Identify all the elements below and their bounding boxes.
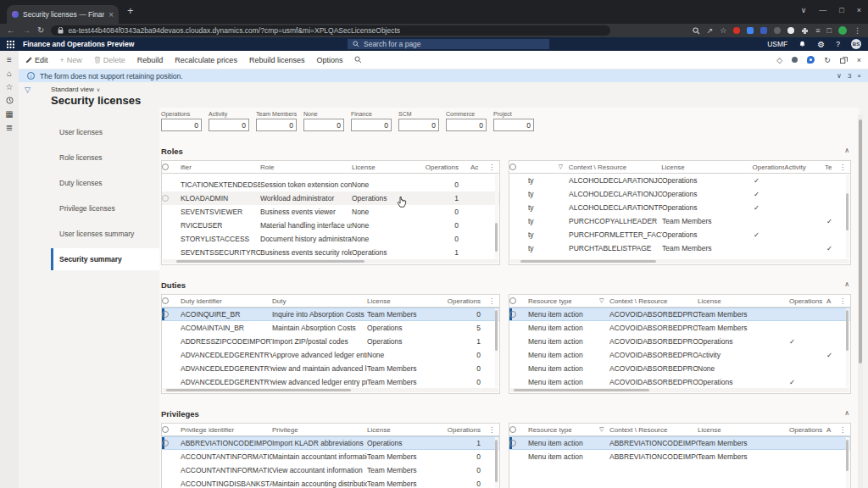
home-icon[interactable]: ⌂ <box>7 69 12 78</box>
select-all-radio[interactable] <box>509 297 516 304</box>
table-row[interactable]: RVICEUSERMaterial handling interface use… <box>162 219 499 232</box>
column-header[interactable]: ifier <box>181 164 260 171</box>
page-scrollbar[interactable] <box>858 114 863 488</box>
edit-button[interactable]: Edit <box>25 56 48 64</box>
table-row[interactable]: Menu item actionACOVOIDABSORBEDPRODCOST.… <box>509 335 850 348</box>
modules-icon[interactable]: ▦ <box>5 110 13 119</box>
tab-close-icon[interactable]: × <box>108 10 114 19</box>
new-tab-button[interactable]: + <box>127 4 134 17</box>
tab-user-licenses-summary[interactable]: User licenses summary <box>51 221 161 247</box>
options-button[interactable]: Options <box>316 56 342 64</box>
table-row[interactable]: ADVANCEDLEDGERENTRYVIEWview advanced led… <box>162 375 499 389</box>
roles-collapse-icon[interactable]: ∧ <box>844 147 849 154</box>
table-row[interactable]: Menu item actionACOVOIDABSORBEDPRODCOST.… <box>509 308 850 321</box>
finance-count-field[interactable]: 0 <box>351 119 392 131</box>
reading-list-icon[interactable]: ≡ <box>815 26 820 35</box>
tab-search-chevron-icon[interactable]: ∨ <box>801 6 807 14</box>
company-selector[interactable]: USMF <box>767 40 787 48</box>
column-header[interactable]: Operations <box>782 426 826 434</box>
table-row[interactable]: tyPURCHTABLELISTPAGETeam Members✓ <box>509 241 850 255</box>
select-all-radio[interactable] <box>509 164 516 170</box>
browser-tab[interactable]: Security licenses — Finance and × <box>7 5 119 24</box>
extension-red-icon[interactable] <box>733 27 740 34</box>
tab-role-licenses[interactable]: Role licenses <box>51 145 161 170</box>
table-row[interactable]: Menu item actionACOVOIDABSORBEDPRODCOST.… <box>509 321 850 335</box>
filter-funnel-icon[interactable]: ▽ <box>25 86 31 94</box>
scm-count-field[interactable]: 0 <box>398 119 439 131</box>
filter-funnel-icon[interactable]: ▽ <box>599 297 609 304</box>
column-header[interactable]: Resource type <box>528 297 599 305</box>
table-row[interactable]: tyALCOHOLDECLARATIONTRANSI...Operations✓ <box>509 201 850 214</box>
duties-collapse-icon[interactable]: ∧ <box>844 280 849 288</box>
hamburger-icon[interactable]: ≡ <box>7 56 12 64</box>
notification-close-icon[interactable]: × <box>857 72 861 80</box>
column-options-kebab-icon[interactable]: ⋮ <box>837 297 849 305</box>
action-search-icon[interactable] <box>354 56 362 64</box>
vertical-scrollbar[interactable] <box>495 437 498 488</box>
extensions-puzzle-icon[interactable] <box>801 27 809 35</box>
app-title[interactable]: Finance and Operations Preview <box>23 40 134 48</box>
table-row[interactable]: ABBREVIATIONCODEIMPORT_I...Import KLADR … <box>162 436 499 450</box>
column-header[interactable]: A <box>826 426 837 434</box>
column-options-kebab-icon[interactable]: ⋮ <box>837 426 849 434</box>
page-search-input[interactable] <box>364 40 544 48</box>
table-row[interactable]: TICATIONEXTENDEDSE...Session token exten… <box>162 178 499 191</box>
column-options-kebab-icon[interactable]: ⋮ <box>486 297 498 305</box>
recalculate-prices-button[interactable]: Recalculate prices <box>175 56 237 64</box>
column-options-kebab-icon[interactable]: ⋮ <box>837 164 849 171</box>
search-icon[interactable] <box>693 27 700 35</box>
column-header[interactable]: License <box>661 164 745 171</box>
close-pane-icon[interactable]: × <box>857 56 861 64</box>
column-header[interactable]: Duty identifier <box>181 297 272 305</box>
horizontal-scrollbar[interactable] <box>510 388 849 392</box>
team-members-count-field[interactable]: 0 <box>256 119 297 131</box>
extension-shield-icon[interactable] <box>760 27 767 34</box>
table-row[interactable]: ACCOUNTANTINFORMATIONVI...View accountan… <box>162 463 499 477</box>
column-header[interactable]: Privilege identifier <box>181 426 272 434</box>
row-radio[interactable] <box>509 440 516 446</box>
share-icon[interactable]: ↗ <box>707 26 714 35</box>
tab-security-summary[interactable]: Security summary <box>51 248 161 270</box>
horizontal-scrollbar[interactable] <box>510 259 849 263</box>
table-row[interactable]: ACOINQUIRE_BRInquire into Absorption Cos… <box>162 308 499 321</box>
table-row[interactable]: ACOMAINTAIN_BRMaintain Absorption CostsO… <box>162 321 499 335</box>
select-all-radio[interactable] <box>509 426 516 433</box>
column-header[interactable]: License <box>367 426 445 434</box>
table-row[interactable]: tyPURCHFORMLETTER_FACTURE_...Operations✓ <box>509 228 850 241</box>
none-count-field[interactable]: 0 <box>303 119 344 131</box>
notification-chevron-icon[interactable]: ∨ <box>837 72 842 80</box>
extension-white-icon[interactable] <box>787 27 794 34</box>
table-row[interactable]: STORYLISTACCESSDocument history administ… <box>162 232 499 246</box>
column-header[interactable]: Te <box>825 164 837 171</box>
address-bar[interactable]: ea-test44b4084f0343a2ba94devaos.cloudax.… <box>51 25 610 36</box>
table-row[interactable]: tyALCOHOLDECLARATIONJOURN...Operations✓ <box>509 187 850 201</box>
bookmark-star-icon[interactable]: ☆ <box>720 26 726 35</box>
column-header[interactable]: Operations <box>445 297 484 305</box>
help-icon[interactable]: ? <box>836 40 840 48</box>
column-header[interactable]: A <box>826 297 837 305</box>
row-radio[interactable] <box>162 440 169 446</box>
column-header[interactable]: Context \ Resource <box>569 164 661 171</box>
table-row[interactable]: Menu item actionACOVOIDABSORBEDPRODCOST.… <box>509 375 850 389</box>
privileges-collapse-icon[interactable]: ∧ <box>844 409 849 417</box>
row-radio[interactable] <box>162 195 169 202</box>
column-header[interactable]: Duty <box>272 297 367 305</box>
column-header[interactable]: Role <box>260 164 352 171</box>
column-header[interactable]: Operations <box>425 164 462 171</box>
table-row[interactable]: Menu item actionABBREVIATIONCODEIMPORT_R… <box>509 436 850 450</box>
forward-icon[interactable]: → <box>22 26 31 35</box>
favorites-star-icon[interactable]: ☆ <box>6 83 14 92</box>
row-radio[interactable] <box>509 311 516 318</box>
horizontal-scrollbar[interactable] <box>163 259 498 263</box>
refresh-icon[interactable]: ↻ <box>824 56 831 64</box>
diamond-icon[interactable]: ◇ <box>776 56 782 64</box>
table-row[interactable]: SEVENTSVIEWERBusiness events viewerNone0 <box>162 205 499 219</box>
column-header[interactable]: Ac <box>462 164 484 171</box>
vertical-scrollbar[interactable] <box>846 308 849 387</box>
activity-count-field[interactable]: 0 <box>209 119 249 131</box>
extension-blue-icon[interactable] <box>747 27 754 34</box>
column-header[interactable]: License <box>367 297 445 305</box>
browser-menu-kebab-icon[interactable]: ⋮ <box>854 26 861 35</box>
vertical-scrollbar[interactable] <box>495 308 498 387</box>
row-radio[interactable] <box>162 311 169 318</box>
